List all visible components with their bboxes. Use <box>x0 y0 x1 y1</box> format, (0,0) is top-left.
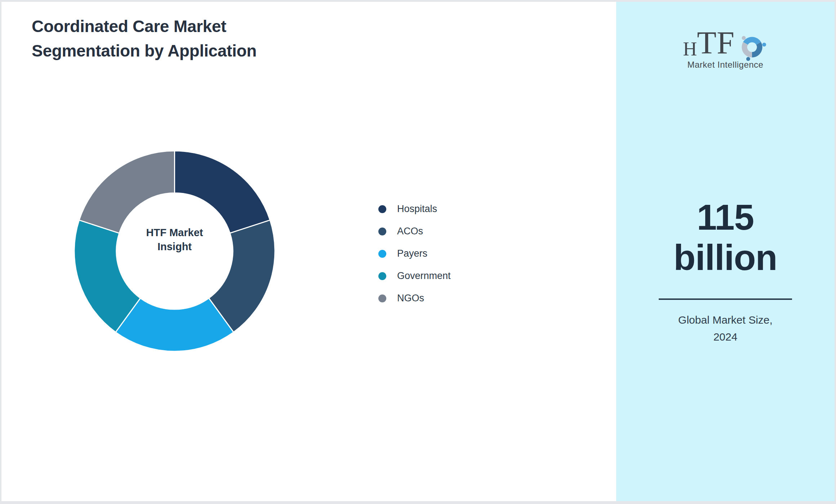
market-size-caption: Global Market Size,2024 <box>616 311 835 345</box>
legend-swatch-government <box>378 272 386 280</box>
market-size-unit: billion <box>673 237 777 278</box>
chart-legend: HospitalsACOsPayersGovernmentNGOs <box>378 204 451 303</box>
legend-item-ngos: NGOs <box>378 293 451 303</box>
page-title-line2: Segmentation by Application <box>32 41 257 60</box>
legend-label-ngos: NGOs <box>397 293 424 304</box>
divider-line <box>659 298 792 300</box>
legend-item-payers: Payers <box>378 249 451 258</box>
donut-chart: HTF Market Insight <box>74 151 275 351</box>
infographic-canvas: Coordinated Care MarketSegmentation by A… <box>1 2 835 501</box>
page-title-line1: Coordinated Care Market <box>32 17 226 36</box>
donut-slice-ngos <box>79 151 175 233</box>
legend-label-hospitals: Hospitals <box>397 203 437 215</box>
logo-subtext: Market Intelligence <box>616 60 835 70</box>
legend-label-payers: Payers <box>397 248 427 259</box>
legend-swatch-payers <box>378 250 386 258</box>
htf-logo: HTF Market Intelligence <box>616 27 835 70</box>
caption-line1: Global Market Size, <box>678 314 773 326</box>
caption-line2: 2024 <box>713 331 738 343</box>
legend-label-acos: ACOs <box>397 226 423 237</box>
logo-text-tf: TF <box>697 27 735 59</box>
htf-swirl-icon <box>736 32 768 62</box>
market-size-value: 115billion <box>616 197 835 278</box>
legend-swatch-hospitals <box>378 205 386 213</box>
sidebar: HTF Market Intelligence <box>616 2 835 501</box>
legend-swatch-ngos <box>378 294 386 302</box>
page-title: Coordinated Care MarketSegmentation by A… <box>32 14 257 63</box>
logo-text-h: H <box>683 39 697 59</box>
legend-item-hospitals: Hospitals <box>378 204 451 214</box>
legend-swatch-acos <box>378 228 386 235</box>
donut-slice-hospitals <box>175 151 270 233</box>
market-size-number: 115 <box>697 197 754 237</box>
legend-label-government: Government <box>397 270 451 282</box>
legend-item-government: Government <box>378 271 451 281</box>
htf-logo-row: HTF <box>616 27 835 59</box>
chart-center-label: HTF Market Insight <box>135 226 214 254</box>
legend-item-acos: ACOs <box>378 226 451 236</box>
